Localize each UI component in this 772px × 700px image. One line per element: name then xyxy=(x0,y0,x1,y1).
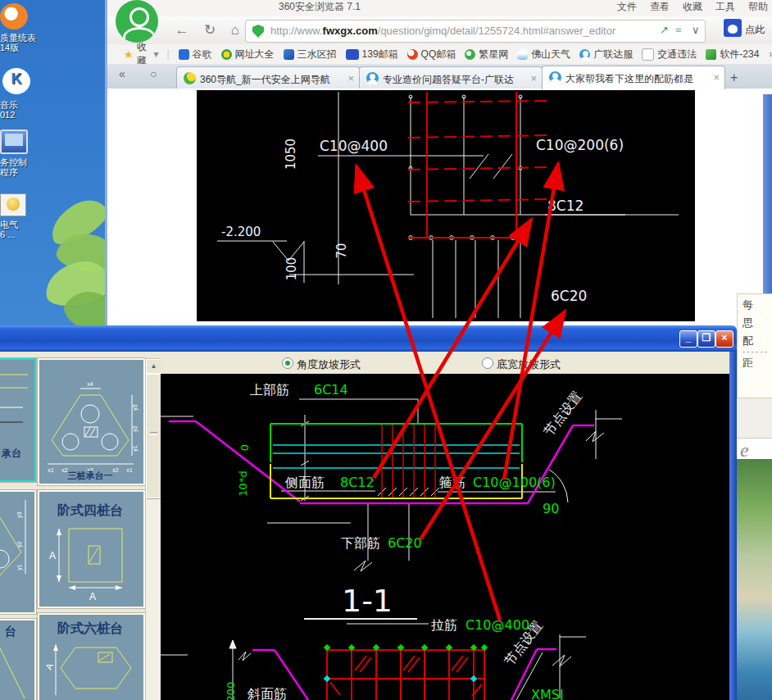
dim-label: y1 xyxy=(16,564,23,570)
address-bar[interactable]: http://www.fwxgx.com/question/gimq/detai… xyxy=(245,20,706,43)
menu-tools[interactable]: 工具 xyxy=(715,0,735,14)
site-shield-icon xyxy=(252,25,264,38)
side-rebar-lines xyxy=(273,445,520,468)
bookmark-weather[interactable]: 佛山天气 xyxy=(517,48,570,61)
maximize-icon: ❐ xyxy=(702,332,711,343)
refresh-button[interactable]: ↻ xyxy=(199,20,220,41)
radio-angle-label[interactable]: 角度放坡形式 xyxy=(297,357,361,372)
label-side-bar: 侧面筋 xyxy=(284,475,325,490)
template-name: 阶式六桩台 xyxy=(57,620,123,635)
dim-label: x1 xyxy=(48,467,54,473)
baidu-search-icon[interactable] xyxy=(724,19,742,37)
bookmark-glodon[interactable]: 广联达服 xyxy=(579,48,633,61)
bookmark-google[interactable]: 谷歌 xyxy=(179,48,212,61)
browser-titlebar[interactable]: 360安全浏览器 7.1 文件 查看 收藏 工具 帮助 xyxy=(107,0,772,16)
favorites-caret-icon[interactable]: ▾ xyxy=(153,48,158,60)
cad-label-6c20: 6C20 xyxy=(551,288,587,304)
template-cell-partial-3[interactable]: 台 xyxy=(0,619,36,700)
minimize-icon: _ xyxy=(686,332,692,343)
url-text[interactable]: http://www.fwxgx.com/question/gimq/detai… xyxy=(270,25,615,37)
dim-label: A xyxy=(89,591,96,602)
dropdown-chevron-icon[interactable]: ∨ xyxy=(692,24,700,36)
desktop-icon-music[interactable]: K 音乐 012 xyxy=(0,66,52,120)
bookmark-139mail[interactable]: 139邮箱 xyxy=(346,48,398,61)
radio-width-label[interactable]: 底宽放坡形式 xyxy=(497,357,561,372)
bookmark-software[interactable]: 软件-234 xyxy=(706,48,759,61)
user-avatar[interactable] xyxy=(116,0,158,43)
close-icon: × xyxy=(721,332,727,343)
tab-person-favicon xyxy=(549,71,561,84)
scroll-up-icon: ▲ xyxy=(151,362,157,370)
cad-label-8c12: 8C12 xyxy=(547,198,584,214)
desktop-icon-quality[interactable]: 质量统表 14版 xyxy=(0,3,52,52)
dim-10d: 10*d xyxy=(237,470,249,496)
bookmark-sanshui[interactable]: 三水区招 xyxy=(284,48,337,61)
share-icon[interactable]: ↗ xyxy=(660,24,669,36)
desktop-icon-service[interactable]: 务控制 程序 xyxy=(0,130,52,177)
angle-value: 90 xyxy=(543,501,559,516)
maximize-button[interactable]: ❐ xyxy=(697,330,715,348)
radio-width-slope[interactable] xyxy=(482,357,493,369)
tab-list-back-icon[interactable]: « xyxy=(119,67,125,80)
new-tab-button[interactable]: + xyxy=(730,70,738,85)
menu-favorites[interactable]: 收藏 xyxy=(683,0,702,14)
bookmark-traffic[interactable]: 交通违法 xyxy=(642,48,697,61)
template-cell-partial-2[interactable]: y3 y2 y1 xyxy=(0,490,36,614)
menu-view[interactable]: 查看 xyxy=(650,0,670,14)
icon-label: 质量统表 xyxy=(0,33,36,43)
tab-qa-platform[interactable]: 专业造价问题答疑平台-广联达 × xyxy=(359,66,543,89)
cad-elevation: -2.200 xyxy=(221,225,261,239)
question-cad-image[interactable]: 1050 C10@400 C10@200(6) 8C12 6C20 -2.200… xyxy=(197,90,695,321)
dim-label: A xyxy=(49,550,56,561)
label-top-bar: 上部筋 xyxy=(250,382,289,398)
bookmark-fanxing[interactable]: 繁星网 xyxy=(465,48,508,61)
template-name: 三桩承台一 xyxy=(68,470,113,480)
baidu-search-label[interactable]: 点此 xyxy=(745,23,765,37)
bookmark-wangzhi[interactable]: 网址大全 xyxy=(221,48,275,61)
node-code: XMSJ xyxy=(531,687,564,700)
extension-icon[interactable]: ≈ xyxy=(675,24,681,36)
bookmarks-overflow-icon[interactable]: » xyxy=(769,48,772,60)
screen: 质量统表 14版 K 音乐 012 务控制 程序 电气 6 ... 360安全浏… xyxy=(0,0,772,700)
scroll-up-button[interactable]: ▲ xyxy=(146,359,161,374)
weather-cloud-favicon xyxy=(517,49,528,60)
glodon-favicon xyxy=(579,49,590,60)
tab-close-icon[interactable]: × xyxy=(530,72,537,84)
value-top-bar: 6C14 xyxy=(314,382,348,398)
mail139-favicon xyxy=(346,49,359,60)
back-icon: ← xyxy=(175,22,189,38)
scrollbar-thumb[interactable] xyxy=(146,374,161,498)
tab-360-nav[interactable]: 360导航_新一代安全上网导航 × xyxy=(176,66,360,89)
close-button[interactable]: × xyxy=(715,330,733,348)
stirrup-lines xyxy=(382,425,435,498)
home-button[interactable]: ⌂ xyxy=(225,20,246,41)
page-side-textbox: 每 思 配 距 xyxy=(737,293,772,398)
minimize-button[interactable]: _ xyxy=(679,330,697,348)
tab-person-favicon xyxy=(366,72,379,84)
dialog-right-border xyxy=(729,352,737,700)
value-tie-bar: C10@400 xyxy=(465,617,529,633)
icon-label: 务控制 xyxy=(0,157,27,167)
tab-close-icon[interactable]: × xyxy=(713,71,720,84)
desktop-icon-electric[interactable]: 电气 6 ... xyxy=(0,193,52,239)
electric-app-icon xyxy=(0,193,26,216)
menu-file[interactable]: 文件 xyxy=(617,0,637,14)
window-title: 360安全浏览器 7.1 xyxy=(279,0,361,14)
template-scrollbar[interactable]: ▲ xyxy=(145,358,162,700)
radio-angle-slope[interactable] xyxy=(282,357,293,369)
tab-rebar-question[interactable]: 大家帮我看下这里的配筋都是 × xyxy=(542,66,725,89)
beach-photo xyxy=(737,459,772,700)
template-cell-three-pile[interactable]: x4 y3 y2 y1 x1 x2 x3 x2 x1 三桩承台一 xyxy=(38,358,145,485)
tab-close-icon[interactable]: × xyxy=(347,72,354,84)
tab-restore-icon[interactable]: ○ xyxy=(150,67,157,80)
favorites-star-icon[interactable]: ★ xyxy=(124,48,134,61)
dialog-titlebar[interactable] xyxy=(0,325,737,352)
section-drawing-canvas[interactable]: 上部筋 6C14 侧面筋 8C12 箍筋 C10@100(6) 下部筋 6C20… xyxy=(161,374,729,700)
template-cell-six-pile[interactable]: 阶式六桩台 A xyxy=(38,613,145,700)
template-cell-four-pile[interactable]: 阶式四桩台 A A xyxy=(38,490,145,608)
avatar-person-icon xyxy=(129,7,149,27)
menu-help[interactable]: 帮助 xyxy=(748,0,768,14)
back-button[interactable]: ← xyxy=(171,20,193,41)
bookmark-qqmail[interactable]: QQ邮箱 xyxy=(407,48,456,61)
template-cell-selected-partial[interactable]: 承台 xyxy=(0,358,36,482)
